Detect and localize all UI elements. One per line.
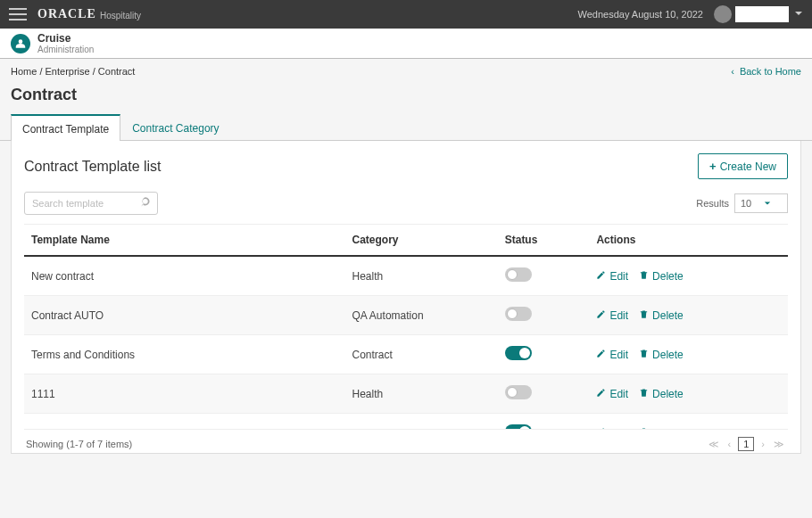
table-row: Contract AUTOQA AutomationEditDelete bbox=[24, 296, 788, 335]
create-new-button[interactable]: + Create New bbox=[698, 153, 788, 179]
delete-link[interactable]: Delete bbox=[639, 427, 684, 431]
user-name-field bbox=[735, 6, 789, 22]
trash-icon bbox=[639, 309, 649, 322]
cell-status bbox=[498, 414, 590, 431]
search-icon[interactable] bbox=[140, 196, 153, 211]
breadcrumb-home[interactable]: Home bbox=[11, 66, 37, 77]
edit-label: Edit bbox=[609, 349, 628, 361]
results-label: Results bbox=[696, 198, 729, 209]
cell-actions: EditDelete bbox=[589, 335, 788, 374]
cell-category: QA Automation bbox=[345, 296, 498, 335]
filter-row: Results 10 bbox=[24, 192, 788, 225]
delete-link[interactable]: Delete bbox=[639, 349, 684, 361]
edit-link[interactable]: Edit bbox=[596, 309, 628, 322]
footer-row: Showing (1-7 of 7 items) ≪ ‹ 1 › ≫ bbox=[24, 433, 788, 451]
status-toggle[interactable] bbox=[505, 424, 532, 430]
edit-link[interactable]: Edit bbox=[596, 270, 628, 283]
search-input[interactable] bbox=[24, 192, 158, 215]
cell-actions: EditDelete bbox=[589, 374, 788, 414]
cell-category: Contract bbox=[345, 335, 498, 374]
back-to-home-text[interactable]: Back to Home bbox=[740, 66, 801, 77]
delete-label: Delete bbox=[652, 270, 684, 283]
cell-category: Health bbox=[345, 256, 498, 296]
brand-subtext: Hospitality bbox=[100, 11, 141, 21]
edit-link[interactable]: Edit bbox=[596, 388, 628, 400]
search-wrap bbox=[24, 192, 158, 215]
breadcrumb-current: Contract bbox=[98, 66, 136, 77]
pencil-icon bbox=[596, 349, 606, 361]
pager-prev-icon[interactable]: ‹ bbox=[726, 439, 733, 449]
tab-label: Contract Category bbox=[132, 122, 219, 135]
status-toggle[interactable] bbox=[505, 267, 532, 282]
page-title: Contract bbox=[0, 80, 812, 113]
panel-title: Contract Template list bbox=[24, 159, 162, 175]
edit-label: Edit bbox=[609, 388, 628, 400]
pager-last-icon[interactable]: ≫ bbox=[772, 439, 786, 450]
col-header-status[interactable]: Status bbox=[498, 225, 590, 256]
pencil-icon bbox=[596, 309, 606, 322]
cell-name: 1111 bbox=[24, 374, 345, 414]
edit-link[interactable]: Edit bbox=[596, 427, 628, 431]
results-select[interactable]: 10 bbox=[734, 193, 788, 213]
status-toggle[interactable] bbox=[505, 385, 532, 399]
delete-link[interactable]: Delete bbox=[639, 309, 684, 322]
pager-next-icon[interactable]: › bbox=[759, 439, 766, 449]
table-row: Terms and ConditionsContractEditDelete bbox=[24, 335, 788, 374]
breadcrumb-enterprise[interactable]: Enterprise bbox=[46, 66, 90, 77]
col-header-category[interactable]: Category bbox=[345, 225, 498, 256]
delete-link[interactable]: Delete bbox=[639, 270, 684, 283]
table-row: Passage Contract 2022General ContractEdi… bbox=[24, 414, 788, 431]
back-caret-icon: ‹ bbox=[731, 66, 734, 77]
user-avatar[interactable] bbox=[714, 5, 732, 23]
app-subtitle: Administration bbox=[37, 45, 94, 54]
trash-icon bbox=[639, 349, 649, 361]
status-toggle[interactable] bbox=[505, 307, 532, 321]
brand-logo: ORACLE bbox=[37, 7, 96, 21]
contract-table: Template Name Category Status Actions Ne… bbox=[24, 225, 788, 430]
delete-label: Delete bbox=[652, 349, 684, 361]
panel-header: Contract Template list + Create New bbox=[24, 153, 788, 179]
edit-label: Edit bbox=[609, 309, 628, 322]
back-to-home-link[interactable]: ‹ Back to Home bbox=[731, 66, 801, 77]
cell-category: General Contract bbox=[345, 414, 498, 431]
cell-status bbox=[498, 256, 590, 296]
cell-actions: EditDelete bbox=[589, 414, 788, 431]
cell-actions: EditDelete bbox=[589, 296, 788, 335]
trash-icon bbox=[639, 388, 649, 400]
tabs: Contract Template Contract Category bbox=[0, 113, 812, 141]
col-header-name[interactable]: Template Name bbox=[24, 225, 345, 256]
status-toggle[interactable] bbox=[505, 346, 532, 360]
cell-status bbox=[498, 374, 590, 414]
edit-label: Edit bbox=[609, 427, 628, 431]
cell-actions: EditDelete bbox=[589, 256, 788, 296]
user-dropdown-caret-icon[interactable] bbox=[794, 8, 803, 21]
results-value: 10 bbox=[741, 198, 751, 209]
trash-icon bbox=[639, 270, 649, 283]
hamburger-menu-icon[interactable] bbox=[9, 8, 27, 21]
pager-first-icon[interactable]: ≪ bbox=[707, 439, 721, 450]
showing-text: Showing (1-7 of 7 items) bbox=[26, 439, 132, 449]
create-new-label: Create New bbox=[720, 160, 776, 173]
app-icon bbox=[11, 34, 30, 53]
delete-label: Delete bbox=[652, 388, 684, 400]
tab-contract-template[interactable]: Contract Template bbox=[11, 114, 120, 141]
edit-link[interactable]: Edit bbox=[596, 349, 628, 361]
table-row: New contractHealthEditDelete bbox=[24, 256, 788, 296]
table-scroll[interactable]: Template Name Category Status Actions Ne… bbox=[24, 225, 788, 430]
pager-page-current: 1 bbox=[738, 437, 754, 451]
results-wrap: Results 10 bbox=[696, 193, 788, 213]
delete-link[interactable]: Delete bbox=[639, 388, 684, 400]
date-text: Wednesday August 10, 2022 bbox=[578, 9, 703, 20]
panel: Contract Template list + Create New Resu… bbox=[11, 141, 801, 454]
pencil-icon bbox=[596, 427, 606, 431]
edit-label: Edit bbox=[609, 270, 628, 283]
tab-label: Contract Template bbox=[22, 123, 109, 136]
table-row: 1111HealthEditDelete bbox=[24, 374, 788, 414]
trash-icon bbox=[639, 427, 649, 431]
plus-icon: + bbox=[709, 160, 717, 173]
pencil-icon bbox=[596, 270, 606, 283]
app-title: Cruise bbox=[37, 32, 94, 45]
cell-category: Health bbox=[345, 374, 498, 414]
delete-label: Delete bbox=[652, 309, 684, 322]
tab-contract-category[interactable]: Contract Category bbox=[120, 114, 230, 141]
